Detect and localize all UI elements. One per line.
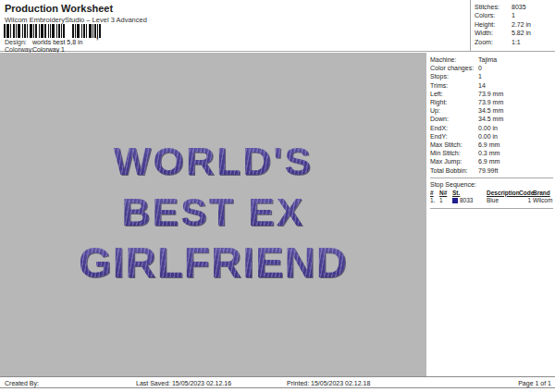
last-saved-label: Last Saved: 15/05/2023 02.12.16: [136, 380, 231, 386]
stop-row-brand: Wilcom: [533, 197, 553, 205]
stat-width: Width: 5.82 in: [475, 29, 553, 37]
stat-value: 2.72 in: [512, 20, 553, 29]
info-value: 6.9 mm: [478, 141, 553, 149]
info-value: 34.5 mm: [478, 106, 553, 115]
stop-row-st: 8033: [452, 197, 487, 205]
info-row-endy: EndY: 0.00 in: [430, 132, 553, 141]
machine-info-panel: Machine: Tajima Color changes: 0 Stops: …: [426, 53, 555, 376]
design-stats-box: Stitches: 8035 Colors: 1 Height: 2.72 in…: [470, 0, 555, 51]
stop-row-description: Blue: [487, 197, 519, 205]
info-label: EndX:: [430, 124, 478, 132]
stat-label: Stitches:: [475, 3, 512, 11]
design-row: Design: worlds best 5,8 in: [5, 39, 82, 45]
column-header-n: N#: [439, 190, 452, 198]
thread-color-swatch: [452, 198, 458, 203]
info-label: Trims:: [430, 81, 478, 90]
colorway-value: Colorway 1: [32, 46, 65, 53]
embroidery-line-2: BEST EX: [0, 187, 426, 238]
page-number: Page 1 of 1: [518, 380, 551, 386]
stat-label: Width:: [475, 29, 512, 37]
stop-row-n: 1: [439, 197, 452, 205]
info-row-color-changes: Color changes: 0: [430, 64, 553, 72]
stat-label: Colors:: [475, 11, 512, 19]
info-row-stops: Stops: 1: [430, 72, 553, 80]
info-row-left: Left: 73.9 mm: [430, 90, 553, 98]
barcode: ,: [4, 24, 142, 38]
stat-value: 1:1: [512, 38, 553, 46]
info-label: Color changes:: [430, 64, 478, 72]
info-row-down: Down: 34.5 mm: [430, 115, 553, 123]
stop-sequence-table: # N# St. Description Code Brand 1. 1 803…: [430, 190, 553, 205]
info-value: 0.3 mm: [478, 149, 553, 157]
embroidery-line-3: GIRLFRIEND: [0, 238, 426, 288]
printed-label: Printed: 15/05/2023 02.12.18: [287, 380, 370, 386]
stat-value: 1: [512, 11, 553, 19]
stop-sequence-row: 1. 1 8033 Blue 1 Wilcom: [430, 197, 553, 205]
info-value: 73.9 mm: [478, 90, 553, 98]
info-value: Tajima: [478, 55, 553, 64]
design-value: worlds best 5,8 in: [32, 39, 82, 45]
stat-value: 5.82 in: [512, 29, 553, 37]
info-value: 0.00 in: [478, 124, 553, 132]
stop-sequence-top-divider: [430, 178, 553, 178]
info-row-endx: EndX: 0.00 in: [430, 124, 553, 132]
info-label: Down:: [430, 115, 478, 123]
stat-stitches: Stitches: 8035: [475, 3, 553, 11]
design-canvas: WORLD'S BEST EX GIRLFRIEND: [0, 53, 426, 376]
info-value: 34.5 mm: [478, 115, 553, 123]
info-value: 6.9 mm: [478, 157, 553, 165]
info-row-total-bobbin: Total Bobbin: 79.99ft: [430, 166, 553, 175]
info-value: 0.00 in: [478, 132, 553, 141]
column-header-st: St.: [452, 190, 487, 198]
info-label: EndY:: [430, 132, 478, 141]
stop-sequence-title: Stop Sequence:: [430, 180, 553, 189]
info-value: 14: [478, 81, 553, 90]
stat-colors: Colors: 1: [475, 11, 553, 19]
stat-label: Height:: [475, 20, 512, 29]
column-header-num: #: [430, 190, 439, 198]
info-value: 79.99ft: [478, 166, 553, 175]
production-worksheet-page: Production Worksheet Wilcom EmbroiderySt…: [0, 0, 555, 392]
info-row-right: Right: 73.9 mm: [430, 98, 553, 106]
info-value: 0: [478, 64, 553, 72]
info-row-max-jump: Max Jump: 6.9 mm: [430, 157, 553, 165]
barcode-comma: ,: [96, 31, 99, 41]
stop-row-code: 1: [519, 197, 533, 205]
design-label: Design:: [5, 39, 32, 45]
info-row-max-stitch: Max Stitch: 6.9 mm: [430, 141, 553, 149]
info-value: 1: [478, 72, 553, 80]
header: Production Worksheet Wilcom EmbroiderySt…: [0, 0, 555, 52]
info-label: Right:: [430, 98, 478, 106]
stop-row-st-number: 8033: [460, 197, 473, 203]
page-title: Production Worksheet: [5, 3, 113, 14]
colorway-row: Colorway: Colorway 1: [5, 46, 65, 53]
info-row-up: Up: 34.5 mm: [430, 106, 553, 115]
created-by-label: Created By:: [5, 380, 39, 386]
stat-value: 8035: [512, 3, 553, 11]
app-subtitle: Wilcom EmbroideryStudio – Level 3 Advanc…: [5, 16, 147, 24]
stat-zoom: Zoom: 1:1: [475, 38, 553, 46]
info-label: Up:: [430, 106, 478, 115]
info-label: Machine:: [430, 55, 478, 64]
column-header-description: Description: [487, 190, 519, 198]
info-label: Left:: [430, 90, 478, 98]
info-row-machine: Machine: Tajima: [430, 55, 553, 64]
info-value: 73.9 mm: [478, 98, 553, 106]
info-label: Max Stitch:: [430, 141, 478, 149]
info-row-trims: Trims: 14: [430, 81, 553, 90]
colorway-label: Colorway:: [5, 46, 32, 53]
footer: Created By: Last Saved: 15/05/2023 02.12…: [0, 376, 555, 388]
stop-sequence-header-row: # N# St. Description Code Brand: [430, 190, 553, 198]
info-label: Min Stitch:: [430, 149, 478, 157]
info-label: Stops:: [430, 72, 478, 80]
column-header-brand: Brand: [533, 190, 553, 198]
embroidery-line-1: WORLD'S: [0, 136, 426, 187]
info-label: Total Bobbin:: [430, 166, 478, 175]
stat-label: Zoom:: [475, 38, 512, 46]
info-label: Max Jump:: [430, 157, 478, 165]
column-header-code: Code: [519, 190, 533, 198]
stat-height: Height: 2.72 in: [475, 20, 553, 29]
info-row-min-stitch: Min Stitch: 0.3 mm: [430, 149, 553, 157]
stop-row-num: 1.: [430, 197, 439, 205]
main-area: WORLD'S BEST EX GIRLFRIEND Machine: Taji…: [0, 53, 555, 376]
